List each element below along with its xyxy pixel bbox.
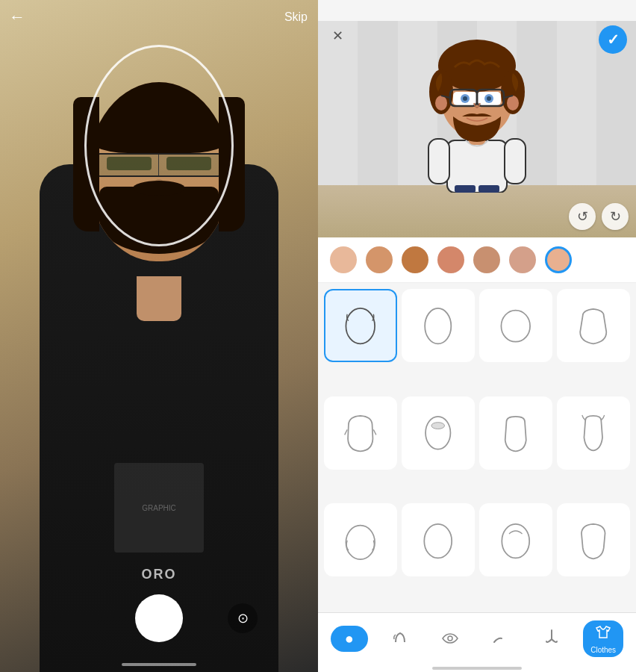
skin-tone-2[interactable] bbox=[366, 246, 393, 273]
tab-brows[interactable] bbox=[482, 626, 520, 652]
face-option-1[interactable] bbox=[324, 289, 397, 362]
bottom-nav: ● bbox=[318, 612, 636, 665]
svg-rect-0 bbox=[447, 140, 507, 193]
confirm-button[interactable]: ✓ bbox=[599, 25, 627, 54]
svg-point-17 bbox=[487, 96, 491, 101]
clothes-icon bbox=[595, 623, 611, 644]
svg-rect-4 bbox=[478, 185, 499, 193]
tab-clothes[interactable]: Clothes bbox=[583, 620, 623, 657]
svg-point-31 bbox=[425, 523, 452, 558]
undo-icon: ↺ bbox=[577, 208, 588, 225]
skin-tone-1[interactable] bbox=[330, 246, 357, 273]
capture-button[interactable] bbox=[135, 594, 183, 642]
face-option-10[interactable] bbox=[402, 503, 475, 576]
svg-point-32 bbox=[502, 523, 530, 558]
face-option-7[interactable] bbox=[479, 396, 552, 470]
switch-camera-icon: ⊙ bbox=[237, 610, 249, 626]
nose-icon bbox=[545, 629, 558, 649]
avatar-editor-panel: 08:49 🔔 🔕 ▲ ▋▋▋ ▮ ✕ ✓ bbox=[318, 0, 636, 672]
checkmark-icon: ✓ bbox=[607, 31, 620, 49]
face-outline bbox=[84, 45, 234, 246]
undo-redo-controls: ↺ ↻ bbox=[569, 203, 629, 230]
eyes-icon bbox=[442, 630, 458, 647]
svg-point-10 bbox=[435, 96, 447, 111]
svg-point-16 bbox=[463, 96, 467, 101]
svg-point-11 bbox=[507, 96, 519, 111]
face-option-8[interactable] bbox=[557, 396, 630, 470]
tab-eyes[interactable] bbox=[431, 626, 469, 652]
tab-face[interactable]: ● bbox=[331, 626, 368, 652]
avatar-preview: ↺ ↻ bbox=[318, 21, 636, 237]
redo-button[interactable]: ↻ bbox=[602, 203, 629, 230]
switch-camera-button[interactable]: ⊙ bbox=[228, 603, 258, 633]
face-option-4[interactable] bbox=[557, 289, 630, 362]
skin-tone-7[interactable] bbox=[545, 246, 572, 273]
brows-icon bbox=[493, 630, 509, 647]
redo-icon: ↻ bbox=[610, 208, 621, 225]
face-option-9[interactable] bbox=[324, 503, 397, 576]
svg-line-27 bbox=[374, 429, 377, 435]
face-option-2[interactable] bbox=[402, 289, 475, 362]
svg-point-24 bbox=[425, 308, 451, 343]
face-option-6[interactable] bbox=[402, 396, 475, 470]
svg-point-30 bbox=[346, 525, 375, 559]
close-icon: ✕ bbox=[332, 28, 343, 44]
back-button[interactable]: ← bbox=[9, 7, 25, 27]
hair-icon bbox=[392, 629, 408, 649]
face-option-11[interactable] bbox=[479, 503, 552, 576]
svg-point-33 bbox=[448, 636, 452, 641]
svg-rect-3 bbox=[455, 185, 476, 193]
svg-rect-1 bbox=[428, 139, 449, 184]
skin-tone-6[interactable] bbox=[509, 246, 536, 273]
face-shape-grid bbox=[318, 283, 636, 612]
svg-point-23 bbox=[346, 308, 375, 343]
skip-button[interactable]: Skip bbox=[284, 10, 308, 24]
tab-hair[interactable] bbox=[381, 624, 419, 653]
skin-tone-row bbox=[318, 237, 636, 283]
skin-tone-4[interactable] bbox=[437, 246, 464, 273]
avatar-character bbox=[425, 28, 529, 193]
tab-nose[interactable] bbox=[533, 624, 570, 653]
camera-panel: GRAPHIC ORO ← Skip ⊙ bbox=[0, 0, 318, 672]
clothes-label: Clothes bbox=[590, 646, 616, 654]
svg-point-25 bbox=[502, 311, 531, 342]
skin-tone-5[interactable] bbox=[473, 246, 500, 273]
undo-button[interactable]: ↺ bbox=[569, 203, 596, 230]
svg-rect-2 bbox=[505, 139, 526, 184]
skin-tone-3[interactable] bbox=[402, 246, 428, 273]
camera-controls: ⊙ bbox=[0, 594, 318, 642]
svg-line-26 bbox=[345, 429, 348, 435]
home-indicator-left bbox=[122, 663, 196, 666]
close-button[interactable]: ✕ bbox=[327, 25, 348, 46]
face-option-5[interactable] bbox=[324, 396, 397, 470]
home-indicator-right bbox=[318, 665, 636, 672]
svg-point-29 bbox=[431, 423, 445, 429]
svg-point-28 bbox=[425, 417, 450, 449]
face-option-12[interactable] bbox=[557, 503, 630, 576]
face-icon: ● bbox=[345, 630, 354, 647]
face-option-3[interactable] bbox=[479, 289, 552, 362]
